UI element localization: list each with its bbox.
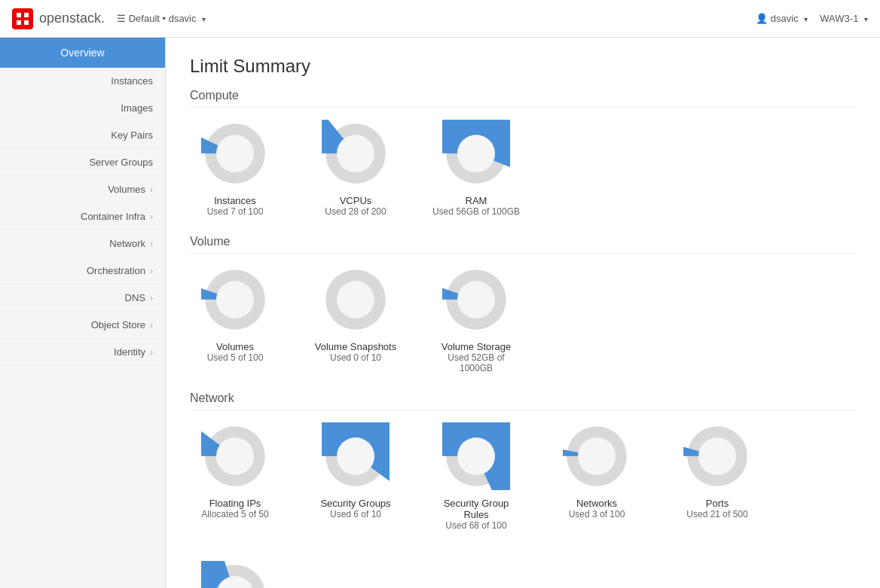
svg-point-20 [457, 281, 495, 318]
chart-networks: Networks Used 3 of 100 [552, 422, 642, 531]
svg-point-29 [457, 437, 495, 475]
page-title: Limit Summary [190, 56, 856, 77]
sidebar-item-label: Identity [114, 346, 145, 358]
chevron-right-icon: › [150, 184, 153, 195]
chart-vcpus: VCPUs Used 28 of 200 [310, 120, 401, 217]
section-volume: Volume [190, 235, 856, 254]
sidebar-item-dns[interactable]: DNS › [0, 285, 165, 312]
navbar-region[interactable]: WAW3-1 ▾ [820, 13, 868, 24]
section-network: Network [190, 391, 856, 410]
region-caret: ▾ [864, 15, 868, 23]
chart-ram-label: RAM [466, 195, 487, 206]
chart-networks-label: Networks [576, 498, 617, 509]
chevron-right-icon: › [150, 266, 153, 276]
chart-instances: Instances Used 7 of 100 [190, 120, 280, 217]
sidebar-item-objectstore[interactable]: Object Store › [0, 312, 165, 339]
pie-instances [201, 120, 269, 187]
chevron-right-icon: › [150, 239, 153, 249]
chart-volume-storage-sublabel: Used 52GB of 1000GB [431, 352, 521, 373]
chart-ports: Ports Used 21 of 500 [672, 422, 762, 531]
project-icon: ☰ [117, 13, 129, 24]
project-caret: ▾ [202, 15, 206, 23]
navbar-user[interactable]: 👤 dsavic ▾ [756, 13, 808, 24]
layout: Overview Instances Images Key Pairs Serv… [0, 38, 880, 588]
sidebar-item-label: DNS [125, 292, 145, 303]
svg-point-23 [216, 437, 254, 475]
navbar-right: 👤 dsavic ▾ WAW3-1 ▾ [756, 13, 868, 24]
pie-vcpus [322, 120, 390, 187]
sidebar-item-images[interactable]: Images [0, 95, 165, 122]
svg-point-17 [337, 281, 374, 318]
chart-security-groups-sublabel: Used 6 of 10 [330, 509, 381, 519]
pie-floating-ips [201, 422, 269, 490]
chart-ram-sublabel: Used 56GB of 100GB [432, 206, 520, 217]
chart-volume-snapshots-label: Volume Snapshots [315, 341, 396, 352]
chart-volume-storage: Volume Storage Used 52GB of 1000GB [431, 266, 521, 373]
svg-rect-3 [24, 20, 29, 25]
chart-volumes-sublabel: Used 5 of 100 [207, 352, 264, 363]
chart-floating-ips-label: Floating IPs [209, 498, 261, 509]
sidebar-item-volumes[interactable]: Volumes › [0, 176, 165, 203]
chart-ports-label: Ports [706, 498, 729, 509]
pie-ports [683, 422, 751, 490]
sidebar-item-label: Volumes [108, 184, 145, 195]
chart-security-groups-label: Security Groups [320, 498, 390, 509]
sidebar-item-servergroups[interactable]: Server Groups [0, 149, 165, 176]
chart-instances-sublabel: Used 7 of 100 [207, 206, 264, 217]
sidebar-item-label: Images [121, 102, 153, 114]
sidebar-overview[interactable]: Overview [0, 38, 165, 68]
svg-rect-1 [24, 13, 29, 17]
pie-security-groups [322, 422, 390, 490]
sidebar: Overview Instances Images Key Pairs Serv… [0, 38, 166, 588]
navbar-project[interactable]: ☰ Default • dsavic ▾ [117, 13, 206, 24]
sidebar-item-label: Orchestration [87, 265, 145, 276]
pie-ram [442, 120, 510, 187]
pie-volume-snapshots [322, 266, 390, 334]
svg-rect-0 [17, 13, 21, 17]
section-compute: Compute [190, 89, 856, 108]
sidebar-item-label: Container Infra [81, 211, 145, 222]
sidebar-item-label: Instances [111, 75, 153, 87]
pie-networks [563, 422, 631, 490]
svg-rect-2 [17, 20, 21, 25]
openstack-logo: openstack. [12, 8, 105, 29]
navbar-left: openstack. ☰ Default • dsavic ▾ [12, 8, 206, 29]
sidebar-item-containerinfra[interactable]: Container Infra › [0, 203, 165, 230]
chart-volume-snapshots-sublabel: Used 0 of 10 [330, 352, 381, 363]
sidebar-item-keypairs[interactable]: Key Pairs [0, 122, 165, 149]
svg-point-32 [578, 437, 616, 475]
sidebar-item-label: Network [109, 238, 145, 249]
chevron-right-icon: › [150, 212, 153, 222]
chart-floating-ips: Floating IPs Allocated 5 of 50 [190, 422, 280, 531]
chevron-right-icon: › [150, 347, 153, 358]
chart-volume-storage-label: Volume Storage [442, 341, 512, 352]
svg-point-26 [337, 437, 374, 475]
sidebar-item-orchestration[interactable]: Orchestration › [0, 257, 165, 285]
openstack-icon [12, 8, 33, 29]
pie-volumes [201, 266, 269, 334]
svg-point-15 [216, 281, 254, 318]
user-icon: 👤 [756, 13, 771, 24]
chart-floating-ips-sublabel: Allocated 5 of 50 [201, 509, 268, 519]
chart-routers: Routers Used 2 of 10 [190, 561, 280, 588]
sidebar-item-network[interactable]: Network › [0, 230, 165, 257]
chevron-right-icon: › [150, 293, 153, 303]
chart-security-group-rules-sublabel: Used 68 of 100 [445, 520, 506, 531]
sidebar-item-identity[interactable]: Identity › [0, 339, 165, 366]
chart-volume-snapshots: Volume Snapshots Used 0 of 10 [310, 266, 401, 373]
svg-point-12 [457, 135, 495, 172]
chart-networks-sublabel: Used 3 of 100 [569, 509, 625, 519]
chart-security-group-rules: Security Group Rules Used 68 of 100 [431, 422, 521, 531]
chart-ports-sublabel: Used 21 of 500 [686, 509, 747, 519]
sidebar-item-instances[interactable]: Instances [0, 68, 165, 95]
chart-ram: RAM Used 56GB of 100GB [431, 120, 521, 217]
chart-volumes-label: Volumes [216, 341, 254, 352]
chart-vcpus-label: VCPUs [340, 195, 372, 206]
sidebar-item-label: Key Pairs [111, 129, 153, 141]
pie-security-group-rules [442, 422, 510, 490]
svg-point-35 [698, 437, 736, 475]
svg-point-6 [216, 135, 254, 172]
sidebar-item-label: Server Groups [89, 157, 153, 168]
chart-instances-label: Instances [214, 195, 256, 206]
navbar: openstack. ☰ Default • dsavic ▾ 👤 dsavic… [0, 0, 880, 38]
